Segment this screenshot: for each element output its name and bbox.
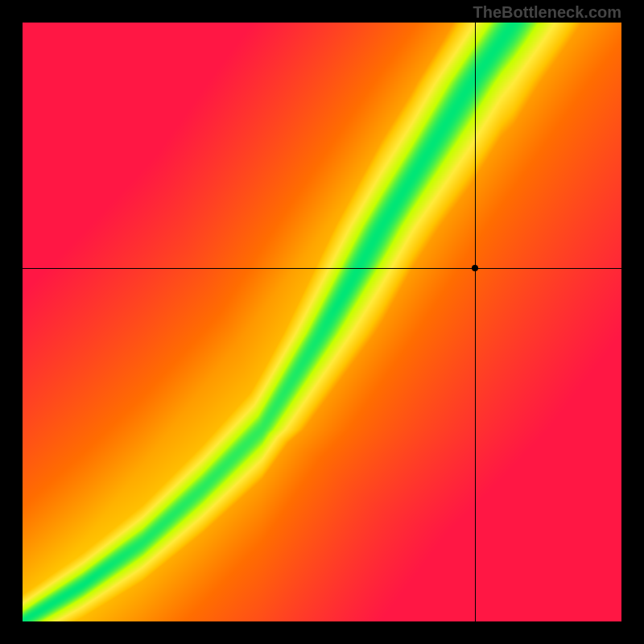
bottleneck-heatmap	[23, 23, 621, 621]
marker-point	[472, 265, 478, 271]
heatmap-canvas	[23, 23, 621, 621]
crosshair-horizontal	[23, 268, 621, 269]
crosshair-vertical	[475, 23, 476, 621]
watermark-text: TheBottleneck.com	[473, 3, 621, 22]
